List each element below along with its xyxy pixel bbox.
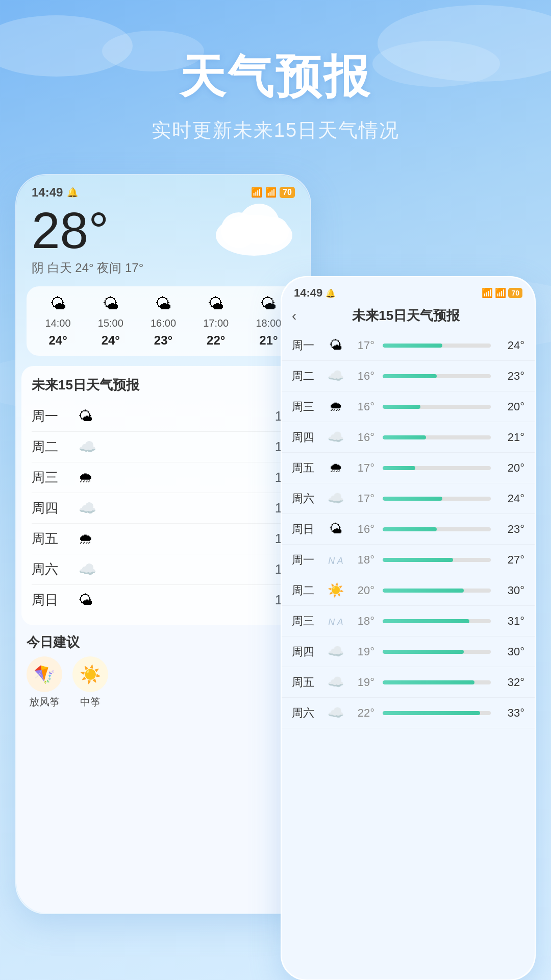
detail-high-8: 30° — [499, 584, 524, 597]
hourly-temp-2: 23° — [154, 333, 172, 348]
status-icons-right: 📶 📶 70 — [482, 287, 522, 299]
forecast-icon-5: ☁️ — [79, 561, 96, 578]
detail-forecast-row-8: 周二 ☀️ 20° 30° — [282, 575, 535, 606]
detail-icon-10: ☁️ — [328, 644, 344, 659]
forecast-row-3: 周四 ☁️ 16° — [32, 493, 295, 524]
detail-high-10: 30° — [499, 645, 524, 658]
detail-low-9: 18° — [349, 615, 374, 628]
forecast-icon-1: ☁️ — [79, 438, 96, 455]
detail-icon-wrap-9: N A — [327, 613, 345, 629]
detail-icon-wrap-5: ☁️ — [327, 491, 345, 506]
temp-bar-6 — [383, 527, 491, 531]
temp-bar-4 — [383, 466, 491, 470]
temp-bar-fill-6 — [383, 527, 437, 531]
detail-low-8: 20° — [349, 584, 374, 597]
detail-forecast-list: 周一 🌤 17° 24° 周二 ☁️ 16° 23° 周三 🌧 16° 20° … — [282, 330, 535, 728]
temp-bar-fill-11 — [383, 680, 474, 684]
detail-high-7: 27° — [499, 553, 524, 567]
phone-right: 14:49 🔔 📶 📶 70 ‹ 未来15日天气预报 周一 🌤 17° — [281, 276, 536, 980]
hourly-time-3: 17:00 — [203, 317, 229, 329]
detail-day-1: 周二 — [292, 369, 322, 384]
forecast-day-2: 周三 — [32, 469, 72, 486]
detail-high-4: 20° — [499, 461, 524, 475]
temp-bar-11 — [383, 680, 491, 684]
hourly-time-1: 15:00 — [98, 317, 123, 329]
detail-forecast-row-1: 周二 ☁️ 16° 23° — [282, 361, 535, 391]
hourly-icon-0: 🌤 — [50, 295, 66, 313]
advice-item-1: ☀️ 中筝 — [72, 656, 108, 709]
temp-bar-fill-3 — [383, 435, 426, 439]
temp-section: 28° 阴 白天 24° 夜间 17° — [16, 200, 310, 276]
svg-point-3 — [260, 217, 289, 246]
temp-bar-fill-10 — [383, 650, 464, 654]
hourly-icon-1: 🌤 — [103, 295, 119, 313]
advice-icon-1: ☀️ — [72, 656, 108, 692]
detail-header: ‹ 未来15日天气预报 — [282, 300, 535, 330]
temp-bar-9 — [383, 619, 491, 623]
advice-row: 🪁 放风筝 ☀️ 中筝 — [16, 656, 310, 709]
detail-icon-wrap-3: ☁️ — [327, 429, 345, 445]
status-bar-right: 14:49 🔔 📶 📶 70 — [282, 277, 535, 300]
detail-low-4: 17° — [349, 461, 374, 475]
detail-icon-3: ☁️ — [328, 429, 344, 445]
detail-day-0: 周一 — [292, 338, 322, 353]
detail-low-6: 16° — [349, 523, 374, 536]
detail-low-11: 19° — [349, 676, 374, 689]
detail-icon-wrap-11: ☁️ — [327, 674, 345, 690]
detail-icon-6: 🌤 — [329, 521, 342, 536]
detail-forecast-row-11: 周五 ☁️ 19° 32° — [282, 667, 535, 698]
temp-bar-5 — [383, 497, 491, 501]
detail-day-6: 周日 — [292, 522, 322, 537]
hourly-temp-3: 22° — [207, 333, 225, 348]
detail-forecast-row-9: 周三 N A 18° 31° — [282, 606, 535, 636]
hourly-temp-0: 24° — [48, 333, 67, 348]
detail-icon-1: ☁️ — [328, 368, 344, 383]
temp-bar-fill-0 — [383, 344, 442, 348]
back-button[interactable]: ‹ — [292, 308, 296, 324]
temp-bar-fill-4 — [383, 466, 415, 470]
detail-icon-wrap-4: 🌧 — [327, 460, 345, 476]
detail-icon-na-9: N A — [328, 617, 343, 627]
detail-high-1: 23° — [499, 370, 524, 383]
detail-day-7: 周一 — [292, 552, 322, 568]
detail-forecast-row-3: 周四 ☁️ 16° 21° — [282, 422, 535, 453]
forecast-icon-4: 🌧 — [79, 530, 93, 547]
detail-day-10: 周四 — [292, 644, 322, 659]
detail-icon-5: ☁️ — [328, 491, 344, 506]
hourly-item-3: 🌤 17:00 22° — [190, 295, 242, 348]
phone-left: 14:49 🔔 📶 📶 70 28° 阴 白天 24° 夜间 17° — [15, 174, 311, 914]
forecast-row-0: 周一 🌤 17° — [32, 401, 295, 432]
detail-forecast-row-7: 周一 N A 18° 27° — [282, 545, 535, 575]
detail-icon-wrap-0: 🌤 — [327, 337, 345, 353]
detail-day-12: 周六 — [292, 705, 322, 721]
hourly-temp-1: 24° — [102, 333, 120, 348]
detail-high-5: 24° — [499, 492, 524, 505]
forecast-day-3: 周四 — [32, 499, 72, 517]
detail-high-0: 24° — [499, 339, 524, 352]
signal-icon-right: 📶 — [482, 287, 493, 299]
phones-container: 14:49 🔔 📶 📶 70 28° 阴 白天 24° 夜间 17° — [0, 174, 551, 940]
forecast-panel-left: 未来15日天气预报 周一 🌤 17° 周二 ☁️ 16° 周三 🌧 16° — [21, 366, 305, 625]
detail-day-2: 周三 — [292, 399, 322, 414]
detail-icon-8: ☀️ — [328, 582, 344, 598]
temp-bar-2 — [383, 405, 491, 409]
temp-bar-3 — [383, 435, 491, 439]
temp-bar-fill-1 — [383, 374, 437, 378]
alarm-icon-right: 🔔 — [325, 288, 336, 298]
advice-title: 今日建议 — [27, 633, 300, 651]
weather-desc: 阴 白天 24° 夜间 17° — [32, 260, 295, 276]
detail-day-9: 周三 — [292, 614, 322, 629]
forecast-day-6: 周日 — [32, 591, 72, 609]
detail-high-3: 21° — [499, 431, 524, 444]
detail-day-5: 周六 — [292, 491, 322, 506]
detail-low-7: 18° — [349, 553, 374, 567]
hourly-time-4: 18:00 — [256, 317, 281, 329]
detail-icon-na-7: N A — [328, 556, 343, 566]
battery-right: 70 — [508, 288, 522, 298]
detail-low-0: 17° — [349, 339, 374, 352]
detail-low-1: 16° — [349, 370, 374, 383]
detail-low-2: 16° — [349, 400, 374, 413]
detail-day-3: 周四 — [292, 430, 322, 445]
alarm-icon: 🔔 — [67, 187, 78, 198]
detail-icon-wrap-2: 🌧 — [327, 399, 345, 414]
